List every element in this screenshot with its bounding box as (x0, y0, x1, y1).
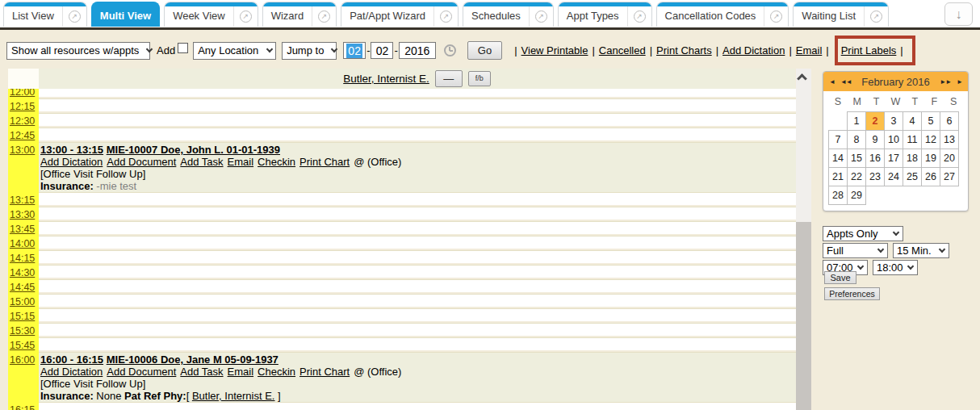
time-slot-link[interactable]: 16:15 (8, 404, 36, 410)
calendar-next-icon[interactable]: ► (957, 78, 962, 86)
tab-open-new-segment[interactable]: ↗ (312, 2, 336, 27)
empty-slot-cell[interactable] (39, 207, 796, 220)
patient-link[interactable]: MIE-10006 Doe, Jane M 05-09-1937 (107, 354, 279, 366)
empty-slot-cell[interactable] (39, 98, 796, 111)
time-slot-link[interactable]: 15:15 (8, 310, 36, 322)
empty-slot-cell[interactable] (39, 308, 796, 321)
calendar-day-cell[interactable]: 8 (847, 130, 866, 149)
interval-select[interactable]: 15 Min. (893, 243, 949, 258)
appt-time-range-link[interactable]: 13:00 - 13:15 (40, 144, 103, 156)
time-slot-link[interactable]: 14:15 (8, 252, 36, 264)
time-slot-link[interactable]: 13:15 (8, 194, 36, 206)
preferences-button[interactable]: Preferences (824, 287, 880, 300)
toolbar-link-add-dictation[interactable]: Add Dictation (722, 44, 785, 56)
add-checkbox[interactable] (178, 43, 188, 53)
toolbar-link-cancelled[interactable]: Cancelled (599, 44, 646, 56)
tab-open-new-segment[interactable]: ↗ (433, 2, 458, 27)
date-month-input[interactable]: 02 (343, 42, 366, 59)
scrollbar-thumb[interactable] (796, 222, 811, 410)
clock-icon[interactable] (444, 44, 456, 56)
location-filter-select[interactable]: Any Location (193, 42, 276, 60)
toolbar-link-view-printable[interactable]: View Printable (521, 44, 588, 56)
empty-slot-cell[interactable] (39, 402, 796, 410)
time-slot-link[interactable]: 12:30 (8, 115, 36, 127)
empty-slot-cell[interactable] (39, 279, 796, 292)
time-slot-link[interactable]: 12:00 (8, 89, 36, 98)
calendar-day-cell[interactable]: 18 (903, 149, 922, 168)
appt-action-add-document-link[interactable]: Add Document (107, 156, 176, 168)
detail-mode-select[interactable]: Full (823, 243, 888, 258)
go-button[interactable]: Go (467, 41, 502, 60)
time-slot-link[interactable]: 13:45 (8, 223, 36, 235)
calendar-day-cell[interactable]: 19 (921, 149, 940, 168)
calendar-day-cell[interactable]: 14 (828, 149, 848, 168)
calendar-day-cell[interactable]: 3 (884, 111, 903, 131)
empty-slot-cell[interactable] (39, 89, 796, 97)
calendar-day-cell[interactable]: 24 (884, 167, 903, 186)
calendar-day-cell[interactable]: 7 (828, 130, 848, 149)
patient-link[interactable]: MIE-10007 Doe, John L. 01-01-1939 (107, 144, 280, 156)
collapse-column-button[interactable]: — (435, 70, 463, 87)
date-year-input[interactable]: 2016 (399, 42, 436, 59)
tab-waiting-list[interactable]: Waiting List↗ (793, 2, 889, 27)
download-button[interactable]: ↓ (944, 2, 973, 26)
calendar-day-cell[interactable]: 26 (921, 167, 940, 186)
calendar-day-cell[interactable]: 16 (865, 149, 885, 168)
appt-action-print-chart-link[interactable]: Print Chart (299, 156, 350, 168)
tab-wizard[interactable]: Wizard↗ (262, 2, 337, 27)
scroll-up-icon[interactable] (797, 73, 807, 84)
time-slot-link[interactable]: 14:00 (8, 237, 36, 249)
calendar-day-cell[interactable]: 9 (865, 130, 885, 149)
time-slot-link[interactable]: 16:00 (8, 354, 36, 366)
empty-slot-cell[interactable] (39, 113, 796, 126)
appt-action-add-document-link[interactable]: Add Document (107, 366, 176, 378)
tab-open-new-segment[interactable]: ↗ (529, 2, 553, 27)
end-time-select[interactable]: 18:00 (873, 260, 918, 275)
appt-action-add-dictation-link[interactable]: Add Dictation (40, 366, 103, 378)
calendar-day-cell[interactable]: 22 (847, 167, 866, 186)
calendar-day-cell[interactable]: 21 (828, 167, 848, 186)
jump-to-select[interactable]: Jump to (282, 42, 337, 60)
empty-slot-cell[interactable] (39, 250, 796, 263)
calendar-day-cell[interactable]: 27 (940, 167, 959, 186)
appt-action-checkin-link[interactable]: Checkin (258, 156, 295, 168)
tab-list-view[interactable]: List View↗ (3, 2, 87, 27)
calendar-day-cell[interactable]: 13 (940, 130, 959, 149)
referring-physician-link[interactable]: Butler, Internist E. (192, 390, 275, 402)
calendar-day-cell[interactable]: 11 (903, 130, 922, 149)
calendar-day-cell[interactable]: 10 (884, 130, 903, 149)
appt-time-range-link[interactable]: 16:00 - 16:15 (40, 354, 103, 366)
calendar-day-cell[interactable]: 23 (865, 167, 885, 186)
time-slot-link[interactable]: 12:45 (8, 129, 36, 141)
calendar-next-fast-icon[interactable]: ►► (940, 78, 951, 86)
appt-action-add-task-link[interactable]: Add Task (180, 366, 223, 378)
calendar-day-cell[interactable]: 15 (847, 149, 866, 168)
calendar-day-cell[interactable]: 17 (884, 149, 903, 168)
appt-action-email-link[interactable]: Email (228, 366, 254, 378)
vertical-scrollbar[interactable] (796, 69, 811, 410)
tab-pat-appt-wizard[interactable]: Pat/Appt Wizard↗ (341, 2, 459, 27)
empty-slot-cell[interactable] (39, 192, 796, 205)
appt-action-print-chart-link[interactable]: Print Chart (299, 366, 350, 378)
calendar-day-cell[interactable]: 28 (828, 186, 848, 205)
tab-open-new-segment[interactable]: ↗ (764, 2, 788, 27)
tab-appt-types[interactable]: Appt Types↗ (558, 2, 652, 27)
calendar-prev-fast-icon[interactable]: ◄◄ (840, 78, 852, 86)
empty-slot-cell[interactable] (39, 323, 796, 336)
tab-open-new-segment[interactable]: ↗ (62, 2, 86, 27)
view-mode-select[interactable]: Appts Only (823, 226, 903, 241)
toolbar-link-email[interactable]: Email (796, 44, 823, 56)
calendar-day-selected[interactable]: 2 (865, 111, 885, 131)
tab-cancellation-codes[interactable]: Cancellation Codes↗ (656, 2, 789, 27)
calendar-day-cell[interactable]: 20 (940, 149, 959, 168)
time-slot-link[interactable]: 14:45 (8, 281, 36, 293)
toolbar-link-print-charts[interactable]: Print Charts (656, 44, 712, 56)
save-button[interactable]: Save (824, 271, 856, 284)
date-day-input[interactable]: 02 (371, 42, 393, 59)
calendar-day-cell[interactable]: 29 (847, 186, 866, 205)
calendar-day-cell[interactable]: 12 (921, 130, 940, 149)
empty-slot-cell[interactable] (39, 128, 796, 140)
time-slot-link[interactable]: 12:15 (8, 100, 36, 112)
calendar-prev-icon[interactable]: ◄ (829, 78, 835, 86)
calendar-day-cell[interactable]: 5 (921, 111, 940, 131)
